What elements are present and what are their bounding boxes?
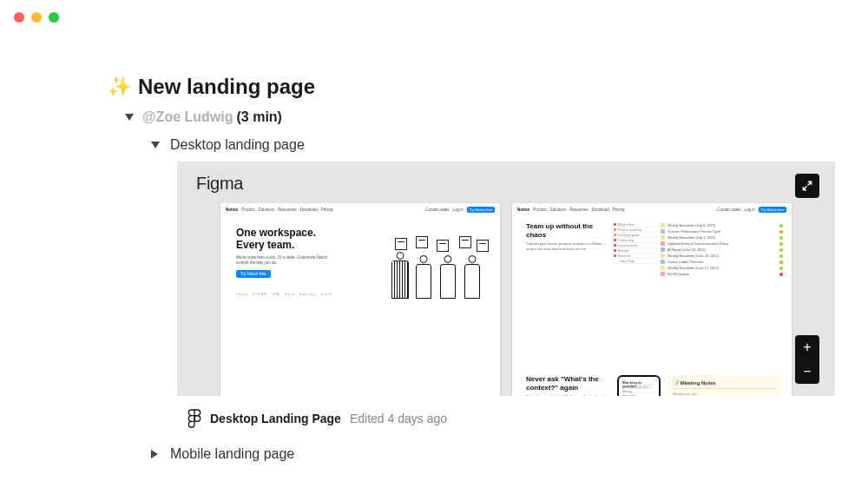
bullet-icon — [614, 244, 616, 247]
nav-item: Product — [241, 208, 255, 212]
row-icon — [661, 223, 665, 228]
illus-card-icon — [395, 238, 407, 250]
nav-contact: Contact sales — [717, 208, 740, 212]
bullet-icon — [614, 234, 616, 236]
status-dot-icon — [779, 254, 783, 258]
row-label: Weekly Newsletter [July 1, 2022] — [667, 236, 715, 240]
close-window-icon[interactable] — [14, 12, 24, 23]
bullet-icon — [614, 249, 616, 252]
list-row: Career Ladder Overview — [661, 259, 783, 265]
zoom-in-button[interactable]: + — [803, 340, 811, 355]
chevron-down-icon[interactable] — [151, 142, 160, 148]
minimize-window-icon[interactable] — [31, 12, 42, 23]
nav-item: Pricing — [613, 208, 625, 212]
figma-icon — [187, 408, 201, 429]
page-title: New landing page — [138, 75, 315, 99]
chevron-down-icon[interactable] — [125, 114, 134, 121]
nav-logo: Notion — [517, 208, 529, 212]
status-dot-icon — [779, 230, 783, 234]
nav-login: Log in — [744, 208, 754, 212]
nav-item: Download — [300, 208, 318, 212]
maximize-window-icon[interactable] — [49, 12, 59, 23]
sidebar-row: + New Page — [612, 259, 655, 264]
list-row: All Hands [June 24, 2022] — [661, 247, 783, 253]
window-controls — [0, 0, 868, 23]
bullet-icon — [614, 223, 616, 226]
person-icon — [416, 264, 431, 299]
nav-item: Resources — [569, 208, 589, 212]
caption-filename[interactable]: Desktop Landing Page — [210, 412, 341, 425]
sidebar-label: Media kit — [618, 254, 630, 258]
status-dot-icon — [779, 242, 783, 246]
section-desktop-toggle[interactable]: Desktop landing page — [151, 137, 868, 153]
nav-bar: Notion Product Solutions Resources Downl… — [512, 203, 792, 215]
mini-sidebar: What's NewProduct roadmapCompany goalsOn… — [612, 222, 655, 277]
person-icon — [440, 264, 456, 299]
zoom-controls: + − — [795, 335, 819, 384]
section-mobile-toggle[interactable]: Mobile landing page — [151, 446, 868, 462]
notes-card: 📝 Meeting Notes Weekly team sync Monday … — [667, 375, 781, 396]
hero-illustration — [391, 236, 491, 299]
row-icon — [661, 272, 665, 276]
hero-sub: We're more than a doc. Or a table. Custo… — [236, 255, 332, 267]
hero-cta: Try Notion free — [236, 270, 271, 278]
section-headline: Team up without the chaos — [526, 222, 608, 239]
figma-app-label: Figma — [196, 174, 243, 194]
row-label: Career Ladder Overview — [667, 260, 703, 264]
section-label: Mobile landing page — [170, 446, 294, 462]
bullet-icon — [614, 260, 616, 262]
list-row: Weekly Newsletter [June 24, 2022] — [661, 253, 783, 259]
expand-button[interactable] — [795, 174, 819, 198]
illus-card-icon — [477, 240, 489, 252]
row-icon — [661, 254, 665, 258]
sparkles-icon: ✨ — [108, 76, 131, 98]
nav-item: Solutions — [259, 208, 275, 212]
row-label: All Hands [June 24, 2022] — [667, 248, 705, 252]
bullet-icon — [614, 228, 616, 231]
row-icon — [661, 247, 665, 252]
read-duration: (3 min) — [236, 109, 281, 125]
illus-card-icon — [437, 240, 449, 252]
author-mention[interactable]: @Zoe Ludwig — [142, 109, 233, 125]
status-dot-icon — [779, 267, 783, 270]
row-label: Weekly Newsletter [June 24, 2022] — [667, 254, 719, 258]
nav-item: Product — [533, 208, 547, 212]
bullet-icon — [614, 239, 616, 241]
phone-mockup: What did we do yesterday? Monday June 20… — [617, 375, 661, 396]
row-label: Weekly Newsletter [July 8, 2022] — [667, 224, 715, 228]
list-row: Weekly Newsletter [July 1, 2022] — [661, 234, 783, 241]
nav-item: Resources — [278, 208, 297, 212]
row-icon — [661, 241, 665, 246]
status-dot-icon — [779, 224, 783, 228]
embed-caption: Desktop Landing Page Edited 4 days ago — [187, 408, 868, 429]
figma-canvas[interactable]: Notion Product Solutions Resources Downl… — [220, 203, 792, 396]
row-icon — [661, 229, 665, 234]
nav-cta: Try Notion free — [759, 207, 786, 213]
author-toggle-row[interactable]: @Zoe Ludwig (3 min) — [125, 109, 868, 125]
illus-card-icon — [416, 236, 428, 248]
sidebar-label: Compensation — [618, 244, 638, 247]
row-icon — [661, 260, 665, 264]
notes-row: Weekly team sync — [673, 392, 776, 396]
notes-title: Meeting Notes — [681, 380, 716, 386]
illus-card-icon — [459, 236, 471, 248]
sidebar-label: Onboarding — [618, 239, 634, 242]
person-icon — [391, 260, 409, 299]
design-frame-teamup: Notion Product Solutions Resources Downl… — [512, 203, 792, 396]
design-frame-hero: Notion Product Solutions Resources Downl… — [220, 203, 500, 396]
chevron-right-icon[interactable] — [151, 450, 158, 458]
bullet-icon — [614, 254, 616, 257]
row-icon — [661, 266, 665, 270]
nav-login: Log in — [452, 208, 463, 212]
figma-embed[interactable]: Figma + − Notion Product Solutions Resou… — [177, 162, 835, 396]
status-dot-icon — [779, 236, 783, 240]
row-icon — [661, 235, 665, 240]
zoom-out-button[interactable]: − — [803, 364, 811, 379]
nav-cta: Try Notion free — [467, 207, 495, 213]
list-row: H2 HQ Update — [661, 271, 783, 277]
row-label: Updated External Communications Policy — [667, 242, 728, 246]
section-sub: Connect your teams, projects, and docs i… — [526, 241, 608, 251]
sidebar-label: What's New — [618, 223, 635, 227]
row-label: Weekly Newsletter [June 17, 2022] — [667, 267, 719, 270]
page-title-row: ✨ New landing page — [108, 75, 868, 99]
